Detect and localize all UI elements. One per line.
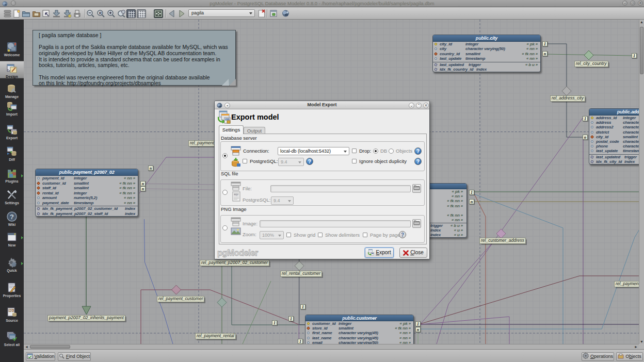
svg-text:R: R xyxy=(99,11,102,15)
svg-text:SQL: SQL xyxy=(9,309,14,312)
svg-text:SQL: SQL xyxy=(226,119,229,121)
svg-text:SQL: SQL xyxy=(234,193,239,196)
svg-text:?: ? xyxy=(10,213,14,221)
